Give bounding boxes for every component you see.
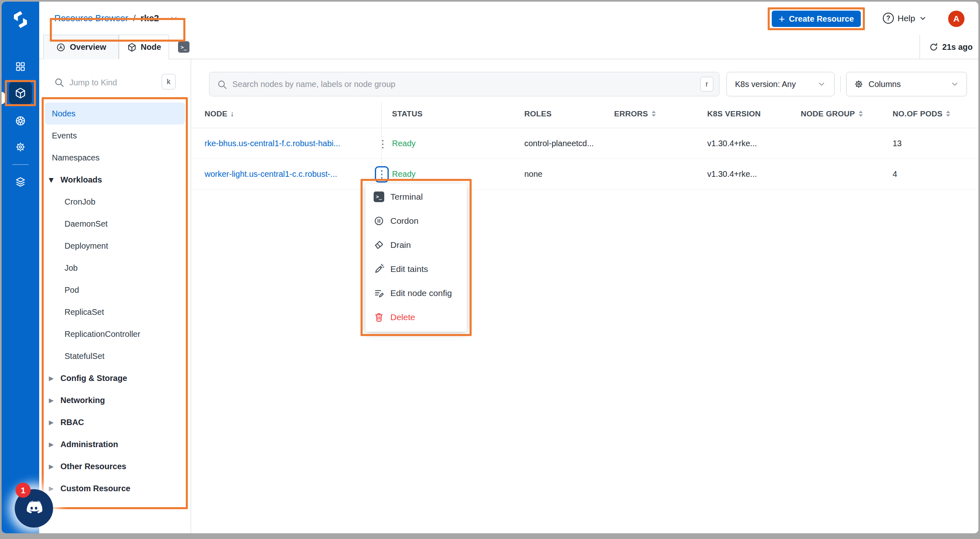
refresh-timestamp: 21s ago [942, 42, 973, 52]
help-label: Help [898, 13, 915, 23]
columns-button[interactable]: Columns [846, 72, 967, 96]
terminal-icon [374, 192, 384, 202]
menu-item-edit-taints[interactable]: Edit taints [365, 257, 467, 281]
chevron-down-icon[interactable] [169, 14, 178, 23]
sidebar-item-replicaset[interactable]: ReplicaSet [39, 301, 191, 323]
drain-brush-icon [374, 240, 384, 250]
menu-item-label: Edit node config [390, 288, 452, 298]
column-header-roles: ROLES [524, 109, 614, 118]
sidebar-item-deployment[interactable]: Deployment [39, 235, 191, 257]
sidebar-group-custom-resource[interactable]: Custom Resource [39, 477, 191, 499]
jump-to-kind-input[interactable] [69, 76, 156, 89]
tab-overview-label: Overview [70, 42, 106, 52]
apps-grid-icon[interactable] [11, 58, 29, 76]
discord-icon [22, 497, 45, 520]
item-label: DaemonSet [65, 219, 108, 229]
sidebar-item-nodes[interactable]: Nodes [45, 102, 185, 125]
shortcut-key-badge: r [700, 77, 713, 91]
create-resource-button[interactable]: Create Resource [772, 11, 861, 27]
tab-terminal[interactable] [178, 41, 189, 53]
column-header-no-of-pods[interactable]: NO.OF PODS [893, 109, 978, 118]
sidebar-group-config-storage[interactable]: Config & Storage [39, 367, 191, 389]
plus-icon [779, 13, 785, 24]
sidebar-group-networking[interactable]: Networking [39, 389, 191, 411]
menu-item-label: Drain [390, 240, 411, 250]
panel-collapse-handle[interactable] [2, 92, 5, 104]
sidebar-item-namespaces[interactable]: Namespaces [39, 147, 191, 169]
sidebar-item-cronjob[interactable]: CronJob [39, 191, 191, 213]
breadcrumb-separator: / [133, 13, 136, 24]
user-avatar[interactable]: A [948, 11, 964, 27]
app-window: Resource Browser / rke2 Create Resource … [2, 2, 978, 533]
sidebar-item-pod[interactable]: Pod [39, 279, 191, 301]
column-header-k8s-version: K8S VERSION [707, 109, 801, 118]
rail-divider [12, 164, 29, 165]
item-label: StatefulSet [65, 352, 105, 361]
column-header-errors[interactable]: ERRORS [614, 109, 707, 118]
caret-right-icon [49, 461, 60, 471]
discord-widget-button[interactable]: 1 [15, 489, 53, 528]
column-header-node[interactable]: NODE [205, 109, 392, 118]
sidebar-group-administration[interactable]: Administration [39, 433, 191, 455]
menu-item-label: Cordon [390, 216, 419, 226]
resource-browser-cube-icon[interactable] [9, 82, 32, 105]
help-menu[interactable]: Help [883, 2, 927, 35]
node-search-box: r [209, 72, 719, 96]
breadcrumb-cluster-name: rke2 [140, 13, 159, 24]
chevron-down-icon [919, 14, 927, 22]
nav-rail [2, 2, 39, 533]
refresh-button[interactable]: 21s ago [927, 35, 975, 59]
tab-overview[interactable]: Overview [43, 35, 119, 59]
group-label: Custom Resource [60, 484, 130, 493]
notification-badge: 1 [16, 483, 31, 498]
breadcrumb-resource-browser-link[interactable]: Resource Browser [54, 13, 128, 24]
sidebar-group-other-resources[interactable]: Other Resources [39, 455, 191, 477]
columns-button-label: Columns [869, 80, 901, 89]
tab-node[interactable]: Node [119, 35, 169, 60]
k8s-version-filter[interactable]: K8s version: Any [726, 72, 835, 96]
menu-item-terminal[interactable]: Terminal [365, 185, 467, 209]
sidebar-item-events[interactable]: Events [39, 125, 191, 147]
chevron-down-icon [817, 80, 826, 89]
node-table-row: rke-bhus.us-central1-f.c.robust-habi... … [191, 128, 978, 159]
sidebar-item-replicationcontroller[interactable]: ReplicationController [39, 323, 191, 345]
sidebar-item-statefulset[interactable]: StatefulSet [39, 345, 191, 367]
item-label: ReplicationController [65, 330, 140, 339]
node-name-link[interactable]: rke-bhus.us-central1-f.c.robust-habi... [205, 139, 340, 148]
row-kebab-menu-icon-active[interactable] [375, 166, 389, 183]
stack-layers-icon[interactable] [11, 173, 29, 191]
settings-gear-icon[interactable] [11, 138, 29, 156]
kind-sidebar: k Nodes Events Namespaces Workloads Cron… [39, 59, 191, 533]
group-label: Other Resources [60, 462, 126, 471]
sort-icon [946, 111, 950, 117]
menu-item-edit-node-config[interactable]: Edit node config [365, 281, 467, 305]
node-k8s-version: v1.30.4+rke... [707, 139, 801, 148]
helm-wheel-icon[interactable] [11, 112, 29, 130]
k8s-overview-icon [56, 42, 66, 52]
item-label: Deployment [65, 241, 108, 251]
sidebar-item-daemonset[interactable]: DaemonSet [39, 213, 191, 235]
menu-item-cordon[interactable]: Cordon [365, 209, 467, 233]
node-pod-count: 4 [893, 169, 978, 179]
row-kebab-menu-icon[interactable] [378, 138, 388, 149]
k8s-version-filter-label: K8s version: Any [735, 80, 796, 89]
search-icon [217, 79, 227, 90]
toolbar-divider [840, 76, 841, 92]
sidebar-item-job[interactable]: Job [39, 257, 191, 279]
devtron-logo-icon[interactable] [10, 9, 31, 30]
column-header-status: STATUS [392, 109, 524, 118]
tab-bar-divider [920, 35, 920, 59]
trash-icon [374, 312, 384, 323]
item-label: CronJob [65, 197, 96, 207]
item-label: Events [52, 131, 77, 140]
sidebar-group-workloads[interactable]: Workloads [39, 169, 191, 191]
sidebar-group-rbac[interactable]: RBAC [39, 411, 191, 433]
group-label: Workloads [60, 175, 102, 185]
node-search-input[interactable] [232, 73, 694, 96]
column-header-node-group[interactable]: NODE GROUP [801, 109, 893, 118]
node-name-link[interactable]: worker-light.us-central1-c.c.robust-... [205, 169, 337, 179]
menu-item-delete[interactable]: Delete [365, 305, 467, 329]
cube-icon [127, 42, 137, 52]
kind-list: Nodes Events Namespaces Workloads CronJo… [39, 102, 191, 499]
menu-item-drain[interactable]: Drain [365, 233, 467, 257]
